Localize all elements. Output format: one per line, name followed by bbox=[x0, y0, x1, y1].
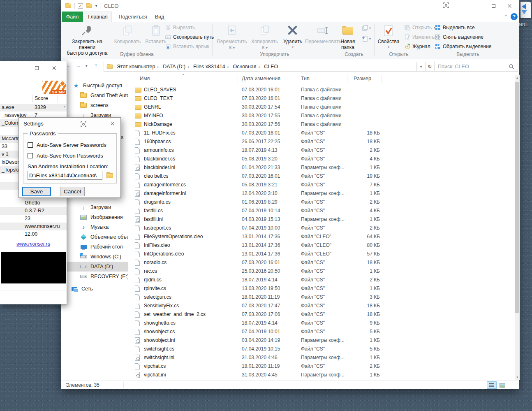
properties-check-icon[interactable]: ✓ bbox=[78, 3, 83, 9]
forward-icon[interactable]: → bbox=[76, 62, 81, 69]
pin-to-quick-access-button[interactable]: Закрепить на панели быстрого доступа bbox=[64, 23, 110, 56]
file-row[interactable]: CLEO_SAVES 07.03.2020 16:01 Папка с файл… bbox=[132, 86, 515, 94]
edit-button[interactable]: Изменить bbox=[405, 34, 435, 40]
file-row[interactable]: drugsinfo.cs 01.06.2019 8:29 Файл "CS" 2… bbox=[132, 198, 515, 207]
collapse-ribbon-icon[interactable]: ⌃ bbox=[504, 14, 507, 19]
new-item-button[interactable]: ▾ bbox=[362, 36, 371, 42]
sidebar-item[interactable]: ↓ Загрузки bbox=[61, 202, 128, 212]
save-button[interactable]: Save bbox=[22, 187, 51, 196]
file-row[interactable]: MYINFO 30.03.2020 17:55 Папка с файлами bbox=[132, 111, 515, 120]
copy-button[interactable]: Копировать bbox=[112, 23, 143, 44]
file-row[interactable]: IniFiles.cleo 13.01.2014 17:36 Файл "CLE… bbox=[132, 241, 515, 250]
file-row[interactable]: FileSystemOperations.cleo 13.01.2014 17:… bbox=[132, 232, 515, 241]
search-icon[interactable] bbox=[509, 64, 514, 70]
file-row[interactable]: fastfill.cs 07.04.2019 10:14 Файл "CS" 4… bbox=[132, 207, 515, 215]
sidebar-item-network[interactable]: Сеть bbox=[61, 284, 128, 294]
samp-maximize-button[interactable] bbox=[30, 61, 44, 74]
easy-access-button[interactable]: ▾ bbox=[362, 25, 371, 31]
samp-player-row[interactable]: a.exe 3329 bbox=[0, 104, 67, 111]
minimize-button[interactable] bbox=[461, 0, 480, 12]
address-bar[interactable]: Этот компьютер › DATA (D:) › Files x8314… bbox=[104, 62, 417, 72]
file-row[interactable]: showobject.ini 03.04.2020 14:19 Параметр… bbox=[132, 336, 515, 345]
column-header-date[interactable]: Дата изменения bbox=[242, 76, 280, 81]
breadcrumb-item[interactable]: Этот компьютер › bbox=[115, 64, 161, 70]
vertical-scrollbar[interactable]: ▴ ▾ bbox=[515, 75, 520, 380]
file-row[interactable]: vipchat.ini 31.03.2020 4:45 Параметры ко… bbox=[132, 371, 515, 379]
file-row[interactable]: cleo bell.cs 07.03.2020 16:01 Файл "CS" … bbox=[132, 172, 515, 181]
rcon-passwords-checkbox[interactable] bbox=[28, 153, 33, 158]
install-location-input[interactable] bbox=[28, 171, 102, 179]
tab-view[interactable]: Вид bbox=[150, 12, 169, 22]
file-row[interactable]: selectgun.cs 18.01.2020 11:19 Файл "CS" … bbox=[132, 293, 515, 302]
properties-button[interactable]: Свойства ▾ bbox=[376, 23, 401, 50]
file-row[interactable]: CLEO_TEXT 07.03.2020 16:01 Папка с файла… bbox=[132, 94, 515, 103]
file-row[interactable]: armourinfo.cs 18.07.2019 4:13 Файл "CS" … bbox=[132, 146, 515, 155]
tab-share[interactable]: Поделиться bbox=[118, 12, 147, 22]
file-row[interactable]: showobject.cs 07.04.2019 10:01 Файл "CS"… bbox=[132, 327, 515, 336]
sidebar-item[interactable]: Изображения bbox=[61, 212, 128, 222]
cut-button[interactable]: Вырезать bbox=[165, 24, 195, 31]
samp-close-button[interactable] bbox=[47, 61, 61, 74]
column-header-size[interactable]: Размер bbox=[354, 76, 371, 81]
file-row[interactable]: SensitivityFix.cs 07.03.2020 17:47 Файл … bbox=[132, 302, 515, 310]
screen-capture-icon[interactable] bbox=[443, 2, 449, 9]
sidebar-item[interactable]: Рабочий стол bbox=[61, 242, 128, 252]
server-website-link[interactable]: www.monser.ru bbox=[16, 241, 50, 247]
select-all-button[interactable]: Выделить все bbox=[435, 24, 475, 31]
file-row[interactable]: switchsight.ini 31.03.2020 4:46 Параметр… bbox=[132, 353, 515, 362]
invert-selection-button[interactable]: Обратить выделение bbox=[435, 43, 492, 50]
samp-minimize-button[interactable] bbox=[9, 61, 23, 74]
delete-button[interactable]: Удалить ▾ bbox=[281, 23, 304, 50]
open-button[interactable]: Открыть ▾ bbox=[405, 24, 435, 31]
up-icon[interactable]: ↑ bbox=[95, 62, 97, 69]
tab-file[interactable]: Файл bbox=[62, 12, 83, 22]
thumbnails-view-button[interactable] bbox=[497, 381, 507, 389]
file-row[interactable]: rpdm.cs 18.07.2019 4:14 Файл "CS" 2 КБ bbox=[132, 276, 515, 284]
file-row[interactable]: GENRL 30.03.2020 17:54 Папка с файлами bbox=[132, 103, 515, 111]
file-row[interactable]: vipchat.cs 18.01.2020 11:19 Файл "CS" 2 … bbox=[132, 362, 515, 371]
file-row[interactable]: blackbinder.ini 01.04.2020 21:33 Парамет… bbox=[132, 163, 515, 172]
column-header-type[interactable]: Тип bbox=[301, 76, 310, 81]
move-to-button[interactable]: Переместить в ▾ bbox=[215, 23, 249, 51]
file-row[interactable]: noradio.cs 07.03.2020 16:01 Файл "CS" 18… bbox=[132, 258, 515, 267]
address-dropdown-icon[interactable]: ▾ bbox=[417, 62, 426, 72]
sidebar-item[interactable]: Grand Theft Auto Sa bbox=[61, 91, 128, 100]
breadcrumb-item[interactable]: CLEO › bbox=[262, 64, 280, 70]
browse-folder-button[interactable] bbox=[105, 172, 115, 179]
new-folder-qat-icon[interactable] bbox=[86, 4, 92, 8]
cancel-button[interactable]: Cancel bbox=[60, 187, 85, 196]
breadcrumb-item[interactable]: DATA (D:) › bbox=[161, 64, 191, 70]
scroll-down-icon[interactable]: ▾ bbox=[515, 376, 520, 379]
file-row[interactable]: blackbinder.cs 05.08.2019 3:20 Файл "CS"… bbox=[132, 155, 515, 163]
copy-to-button[interactable]: Копировать в ▾ bbox=[249, 23, 280, 51]
select-none-button[interactable]: Снять выделение bbox=[435, 34, 483, 40]
sidebar-item[interactable]: ♪ Музыка bbox=[61, 222, 128, 232]
sidebar-item[interactable]: Объемные объекты bbox=[61, 232, 128, 242]
file-row[interactable]: fastfill.ini 04.03.2019 15:13 Параметры … bbox=[132, 215, 515, 224]
file-row[interactable]: showghetto.cs 18.07.2019 4:14 Файл "CS" … bbox=[132, 319, 515, 327]
file-row[interactable]: rec.cs 25.03.2016 20:50 Файл "CS" 1 КБ bbox=[132, 267, 515, 276]
tab-home[interactable]: Главная bbox=[84, 12, 112, 22]
search-box[interactable] bbox=[434, 62, 518, 72]
sidebar-item[interactable]: screens bbox=[61, 100, 128, 110]
file-row[interactable]: 160hpbar.cs 26.06.2017 22:25 Файл "CS" 1… bbox=[132, 137, 515, 146]
qat-dropdown-icon[interactable]: ▾ bbox=[95, 4, 97, 8]
sidebar-quick-access[interactable]: ★ Быстрый доступ bbox=[61, 81, 128, 91]
file-row[interactable]: switchsight.cs 07.04.2019 10:15 Файл "CS… bbox=[132, 345, 515, 353]
breadcrumb-item[interactable]: Files x831414 › bbox=[191, 64, 231, 70]
refresh-icon[interactable]: ↻ bbox=[426, 62, 434, 72]
scroll-up-icon[interactable]: ▴ bbox=[515, 76, 520, 79]
paste-shortcut-button[interactable]: Вставить ярлык bbox=[165, 43, 209, 50]
history-button[interactable]: Журнал bbox=[405, 43, 430, 50]
score-column-header[interactable]: Score bbox=[35, 95, 48, 101]
file-row[interactable]: IntOperations.cleo 13.01.2014 17:36 Файл… bbox=[132, 250, 515, 258]
screen-capture-icon[interactable] bbox=[81, 121, 86, 128]
file-row[interactable]: rpinvite.cs 13.03.2020 19:50 Файл "CS" 1… bbox=[132, 284, 515, 293]
file-row[interactable]: fastreport.cs 07.04.2019 10:00 Файл "CS"… bbox=[132, 224, 515, 232]
search-input[interactable] bbox=[438, 64, 509, 70]
recent-locations-icon[interactable]: ▾ bbox=[86, 64, 88, 68]
file-row[interactable]: 11. HUDFix.cs 07.03.2020 16:01 Файл "CS"… bbox=[132, 129, 515, 137]
sidebar-item[interactable]: Windows (C:) bbox=[61, 252, 128, 262]
file-row[interactable]: NickDamage 30.03.2020 17:56 Папка с файл… bbox=[132, 120, 515, 129]
new-folder-button[interactable]: Новая папка bbox=[335, 23, 360, 50]
